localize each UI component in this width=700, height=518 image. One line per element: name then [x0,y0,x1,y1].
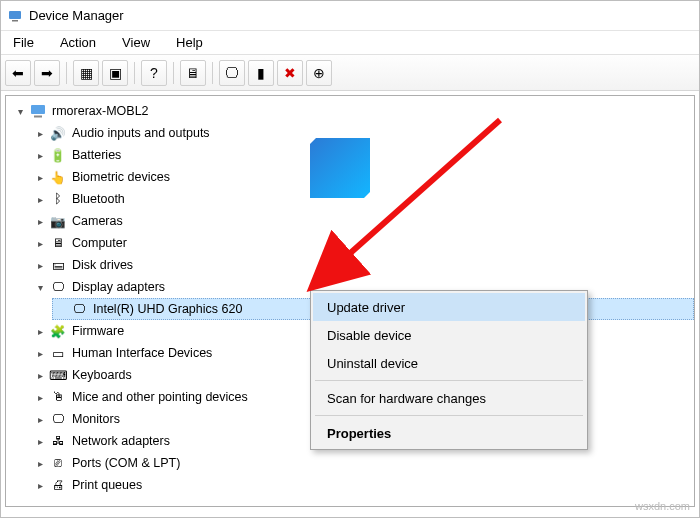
computer-icon [30,103,46,119]
svg-rect-0 [9,11,21,19]
category-label: Cameras [70,213,125,229]
category-icon: 🖱 [50,389,66,405]
show-hidden-icon[interactable]: ▦ [73,60,99,86]
category-label: Biometric devices [70,169,172,185]
expand-icon[interactable]: ▸ [34,259,46,271]
category-label: Disk drives [70,257,135,273]
tree-category-cameras[interactable]: ▸📷Cameras [32,210,694,232]
context-item-scan[interactable]: Scan for hardware changes [313,384,585,412]
category-label: Keyboards [70,367,134,383]
title-bar: Device Manager [1,1,699,31]
category-icon: 🖵 [50,411,66,427]
context-item-properties[interactable]: Properties [313,419,585,447]
category-icon: 👆 [50,169,66,185]
properties-icon[interactable]: ▣ [102,60,128,86]
expand-icon[interactable]: ▸ [34,149,46,161]
category-icon: 📷 [50,213,66,229]
category-label: Computer [70,235,129,251]
category-icon: 🔊 [50,125,66,141]
category-icon: ▭ [50,345,66,361]
category-label: Human Interface Devices [70,345,214,361]
expand-icon[interactable]: ▸ [34,457,46,469]
tree-root-label: rmorerax-MOBL2 [50,103,151,119]
context-item-update[interactable]: Update driver [313,293,585,321]
category-label: Monitors [70,411,122,427]
annotation-logo [310,138,370,198]
tree-category-ports[interactable]: ▸⎚Ports (COM & LPT) [32,452,694,474]
menu-file[interactable]: File [9,33,38,52]
svg-rect-3 [34,116,42,118]
category-icon: 🔋 [50,147,66,163]
menu-action[interactable]: Action [56,33,100,52]
category-icon: 🖴 [50,257,66,273]
expand-icon[interactable]: ▸ [34,479,46,491]
tree-root[interactable]: ▾ rmorerax-MOBL2 [12,100,694,122]
collapse-icon[interactable]: ▾ [34,281,46,293]
scan-icon[interactable]: 🖥 [180,60,206,86]
menu-view[interactable]: View [118,33,154,52]
category-label: Firmware [70,323,126,339]
expand-icon[interactable]: ▸ [34,325,46,337]
svg-rect-2 [31,105,45,114]
expand-icon[interactable]: ▸ [34,215,46,227]
expand-icon[interactable]: ▸ [34,171,46,183]
menu-bar: File Action View Help [1,31,699,55]
category-label: Ports (COM & LPT) [70,455,182,471]
expand-icon[interactable]: ▸ [34,193,46,205]
expand-icon[interactable]: ▸ [34,413,46,425]
back-icon[interactable]: ⬅ [5,60,31,86]
category-label: Print queues [70,477,144,493]
expand-icon[interactable]: ▸ [34,127,46,139]
watermark: wsxdn.com [635,500,690,512]
context-item-disable[interactable]: Disable device [313,321,585,349]
uninstall-icon[interactable]: ▮ [248,60,274,86]
update-driver-icon[interactable]: 🖵 [219,60,245,86]
device-label: Intel(R) UHD Graphics 620 [91,301,244,317]
category-icon: ⎚ [50,455,66,471]
category-icon: ᛒ [50,191,66,207]
window-title: Device Manager [29,8,124,23]
expand-icon[interactable]: ▸ [34,391,46,403]
category-label: Display adapters [70,279,167,295]
category-label: Bluetooth [70,191,127,207]
disable-icon[interactable]: ✖ [277,60,303,86]
menu-help[interactable]: Help [172,33,207,52]
category-label: Batteries [70,147,123,163]
category-label: Network adapters [70,433,172,449]
tree-category-disk[interactable]: ▸🖴Disk drives [32,254,694,276]
device-icon: 🖵 [71,301,87,317]
toolbar: ⬅➡▦▣?🖥🖵▮✖⊕ [1,55,699,91]
category-label: Mice and other pointing devices [70,389,250,405]
context-item-uninstall[interactable]: Uninstall device [313,349,585,377]
tree-category-computer[interactable]: ▸🖥Computer [32,232,694,254]
expand-icon[interactable]: ▸ [34,347,46,359]
category-label: Audio inputs and outputs [70,125,212,141]
expand-icon[interactable]: ▸ [34,435,46,447]
forward-icon[interactable]: ➡ [34,60,60,86]
context-menu: Update driverDisable deviceUninstall dev… [310,290,588,450]
category-icon: 🖥 [50,235,66,251]
tree-category-print[interactable]: ▸🖨Print queues [32,474,694,496]
svg-rect-1 [12,20,18,22]
expand-icon[interactable]: ▸ [34,237,46,249]
enable-icon[interactable]: ⊕ [306,60,332,86]
help-icon[interactable]: ? [141,60,167,86]
category-icon: ⌨ [50,367,66,383]
category-icon: 🖵 [50,279,66,295]
category-icon: 🧩 [50,323,66,339]
expand-icon[interactable]: ▸ [34,369,46,381]
app-icon [7,8,23,24]
category-icon: 🖨 [50,477,66,493]
category-icon: 🖧 [50,433,66,449]
expand-icon[interactable]: ▾ [14,105,26,117]
